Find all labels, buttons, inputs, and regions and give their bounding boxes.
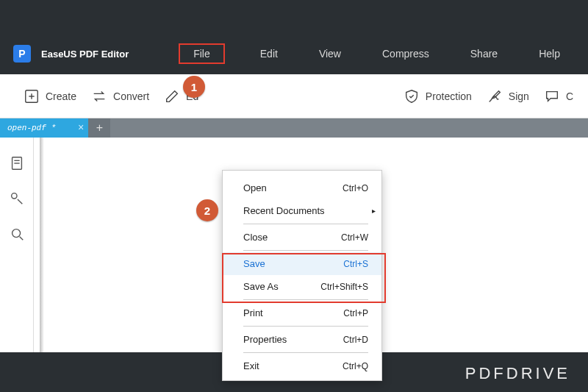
create-button[interactable]: Create [24,88,76,104]
sign-button[interactable]: Sign [487,88,529,104]
document-tab[interactable]: open-pdf * × [0,118,88,138]
tab-label: open-pdf * [7,124,56,132]
dd-recent-label: Recent Documents [243,205,325,216]
callout-2: 2 [196,199,218,221]
bookmark-icon[interactable] [9,190,25,207]
dd-exit[interactable]: Exit Ctrl+Q [223,354,381,377]
dd-separator [243,299,368,300]
dd-saveas-shortcut: Ctrl+Shift+S [320,282,368,292]
protection-label: Protection [426,90,472,102]
dd-open-label: Open [243,182,267,193]
dd-save[interactable]: Save Ctrl+S [223,252,381,275]
convert-label: Convert [113,90,149,102]
toolbar: Create Convert Ed Protection Sign C [0,74,588,118]
dd-separator [243,326,368,327]
search-icon[interactable] [9,226,25,242]
titlebar: P EaseUS PDF Editor 1 File Edit View Com… [0,33,588,74]
dd-open[interactable]: Open Ctrl+O [223,177,381,199]
dd-close-shortcut: Ctrl+W [341,232,368,243]
sign-label: Sign [509,90,529,102]
comment-label: C [566,90,573,102]
dd-separator [243,250,368,251]
dd-recent[interactable]: Recent Documents ▸ [223,199,381,222]
pencil-icon [164,88,180,104]
dd-exit-label: Exit [243,360,259,371]
convert-icon [91,88,107,104]
menu-view[interactable]: View [313,45,347,63]
dd-print-shortcut: Ctrl+P [343,308,368,318]
dd-open-shortcut: Ctrl+O [343,183,368,193]
app-logo: P [13,45,31,63]
file-dropdown: Open Ctrl+O Recent Documents ▸ Close Ctr… [222,170,382,381]
menu-file[interactable]: File [179,43,225,64]
dd-props-label: Properties [243,334,287,345]
svg-point-7 [12,229,20,238]
dd-exit-shortcut: Ctrl+Q [343,361,368,371]
menu-edit[interactable]: Edit [254,45,284,63]
dd-save-label: Save [243,258,265,269]
submenu-arrow-icon: ▸ [372,207,376,215]
create-label: Create [46,90,76,102]
workspace: Open Ctrl+O Recent Documents ▸ Close Ctr… [0,138,588,352]
shield-icon [404,88,420,104]
plus-icon [24,88,40,104]
menu-bar: File Edit View Compress Share Help [179,43,566,64]
dd-saveas-label: Save As [243,281,279,292]
dd-props-shortcut: Ctrl+D [343,335,368,345]
svg-line-8 [19,237,23,240]
dd-save-shortcut: Ctrl+S [343,259,368,269]
pen-icon [487,88,503,104]
dd-close[interactable]: Close Ctrl+W [223,226,381,249]
sidebar [0,138,34,352]
protection-button[interactable]: Protection [404,88,472,104]
page-thumb-icon[interactable] [9,155,25,171]
dd-saveas[interactable]: Save As Ctrl+Shift+S [223,275,381,298]
dd-print[interactable]: Print Ctrl+P [223,302,381,324]
brand-watermark: PDFDRIVE [465,364,570,383]
comment-button[interactable]: C [544,88,573,104]
app-title: EaseUS PDF Editor [41,49,129,60]
doc-shadow [40,138,44,352]
tab-add-button[interactable]: + [88,118,110,138]
tab-strip: open-pdf * × + [0,118,588,138]
tab-close-icon[interactable]: × [78,122,84,134]
callout-1: 1 [183,76,205,98]
dd-properties[interactable]: Properties Ctrl+D [223,328,381,351]
convert-button[interactable]: Convert [91,88,149,104]
svg-point-6 [11,193,16,199]
comment-icon [544,88,560,104]
dd-separator [243,352,368,353]
menu-help[interactable]: Help [533,45,566,63]
menu-share[interactable]: Share [465,45,503,63]
menu-compress[interactable]: Compress [376,45,435,63]
dd-separator [243,224,368,224]
dd-close-label: Close [243,232,268,243]
dd-print-label: Print [243,307,263,318]
